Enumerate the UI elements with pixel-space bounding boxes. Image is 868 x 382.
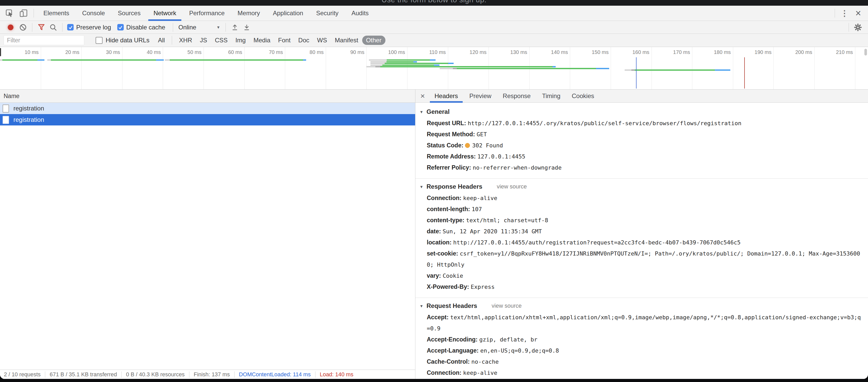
resource-type-filters: AllXHRJSCSSImgMediaFontDocWSManifestOthe… — [154, 36, 385, 45]
details-tab-cookies[interactable]: Cookies — [566, 90, 600, 102]
view-source-link[interactable]: view source — [497, 183, 527, 190]
details-tab-headers[interactable]: Headers — [429, 90, 464, 102]
details-tab-preview[interactable]: Preview — [464, 90, 497, 102]
filter-type-js[interactable]: JS — [196, 36, 211, 45]
tab-memory[interactable]: Memory — [231, 6, 267, 21]
search-button[interactable] — [47, 22, 59, 33]
header-value: keep-alive — [463, 370, 497, 376]
request-name: registration — [13, 105, 44, 112]
header-value: 107 — [472, 206, 482, 212]
tab-security[interactable]: Security — [310, 6, 345, 21]
header-row: Referrer Policy: no-referrer-when-downgr… — [420, 162, 864, 173]
waterfall-bar-segment — [631, 69, 635, 71]
timeline-tick-label: 20 ms — [35, 49, 79, 55]
filter-type-css[interactable]: CSS — [211, 36, 231, 45]
filter-toggle-button[interactable] — [35, 22, 47, 33]
timeline-tick-label: 90 ms — [320, 49, 364, 55]
requests-pane: Name registrationregistration 2 / 10 req… — [0, 90, 415, 379]
header-row: Remote Address: 127.0.0.1:4455 — [420, 151, 864, 162]
section-title-row[interactable]: ▼Request Headersview source — [420, 300, 864, 312]
header-row: date: Sun, 12 Apr 2020 11:35:34 GMT — [420, 226, 864, 237]
timeline-tick-label: 140 ms — [523, 49, 568, 55]
hide-data-urls-label[interactable]: Hide data URLs — [106, 37, 149, 44]
filter-type-ws[interactable]: WS — [313, 36, 331, 45]
arrow-down-to-line-icon — [243, 24, 251, 31]
header-key: Request URL: — [427, 120, 466, 127]
header-key: Accept-Language: — [427, 347, 479, 354]
close-details-button[interactable]: × — [416, 92, 429, 100]
section-title: General — [427, 108, 450, 115]
export-har-button[interactable] — [241, 22, 253, 33]
disable-cache-checkbox[interactable] — [117, 24, 124, 30]
waterfall-bar-segment — [385, 63, 448, 64]
overview-scrollbar[interactable] — [864, 49, 867, 56]
tab-elements[interactable]: Elements — [37, 6, 76, 21]
waterfall-bar-segment — [370, 61, 386, 63]
toolbar-divider-4 — [225, 23, 226, 32]
tab-audits[interactable]: Audits — [345, 6, 375, 21]
waterfall-bar-segment — [375, 66, 380, 67]
filter-type-doc[interactable]: Doc — [294, 36, 313, 45]
name-column-header[interactable]: Name — [0, 90, 415, 103]
toolbar-divider-2 — [62, 23, 63, 32]
network-toolbar: Preserve log Disable cache Online ▼ — [0, 21, 868, 34]
waterfall-bar-segment — [370, 65, 382, 66]
headers-section-request-headers: ▼Request Headersview sourceAccept: text/… — [415, 300, 868, 379]
section-title: Response Headers — [427, 183, 482, 190]
network-summary-bar: 2 / 10 requests671 B / 35.1 KB transferr… — [0, 370, 415, 379]
tab-console[interactable]: Console — [76, 6, 111, 21]
details-tabbar: × HeadersPreviewResponseTimingCookies — [415, 90, 868, 103]
header-key: date: — [427, 228, 441, 235]
filter-type-all[interactable]: All — [154, 36, 169, 45]
filter-input[interactable] — [4, 35, 84, 45]
waterfall-bar-segment — [51, 59, 156, 61]
section-title-row[interactable]: ▼General — [420, 106, 864, 118]
timeline-tick-label: 70 ms — [239, 49, 283, 55]
header-key: content-type: — [427, 217, 464, 223]
settings-button[interactable] — [852, 22, 864, 33]
header-value: gzip, deflate, br — [479, 336, 537, 343]
summary-item: DOMContentLoaded: 114 ms — [234, 372, 315, 378]
tab-network[interactable]: Network — [147, 6, 183, 21]
network-overview-waterfall[interactable]: 10 ms20 ms30 ms40 ms50 ms60 ms70 ms80 ms… — [0, 47, 868, 90]
tab-performance[interactable]: Performance — [183, 6, 231, 21]
headers-section-general: ▼GeneralRequest URL: http://127.0.0.1:44… — [415, 106, 868, 177]
devtools-close-button[interactable]: × — [851, 8, 865, 18]
details-tab-timing[interactable]: Timing — [536, 90, 566, 102]
search-icon — [49, 24, 57, 31]
disable-cache-label[interactable]: Disable cache — [126, 24, 165, 31]
filter-type-media[interactable]: Media — [250, 36, 274, 45]
filter-type-font[interactable]: Font — [274, 36, 294, 45]
load-event-marker — [744, 57, 745, 89]
view-source-link[interactable]: view source — [492, 303, 522, 309]
header-row: Host: 127.0.0.1:4455 — [420, 378, 864, 379]
waterfall-bar-segment — [553, 66, 556, 67]
toggle-device-toolbar-button[interactable] — [17, 7, 30, 19]
inspect-element-button[interactable] — [3, 7, 17, 19]
record-network-log-button[interactable] — [8, 25, 13, 30]
request-row[interactable]: registration — [0, 114, 415, 126]
clear-network-log-button[interactable] — [17, 22, 29, 33]
header-value: en,en-US;q=0.9,de;q=0.8 — [480, 347, 559, 354]
section-title-row[interactable]: ▼Response Headersview source — [420, 181, 864, 193]
waterfall-bar-segment — [380, 66, 553, 67]
devtools-menu-button[interactable]: ⋮ — [838, 8, 851, 18]
timeline-tick-label: 60 ms — [198, 49, 242, 55]
preserve-log-label[interactable]: Preserve log — [76, 24, 111, 31]
tab-sources[interactable]: Sources — [111, 6, 147, 21]
details-tab-response[interactable]: Response — [497, 90, 536, 102]
waterfall-bar-segment — [596, 68, 609, 69]
preserve-log-checkbox[interactable] — [67, 24, 74, 30]
filter-type-xhr[interactable]: XHR — [175, 36, 196, 45]
tab-application[interactable]: Application — [266, 6, 309, 21]
filter-type-manifest[interactable]: Manifest — [331, 36, 362, 45]
request-row[interactable]: registration — [0, 103, 415, 114]
checkmark-icon — [68, 25, 73, 30]
filter-type-other[interactable]: Other — [362, 36, 385, 45]
filter-type-img[interactable]: Img — [231, 36, 250, 45]
import-har-button[interactable] — [229, 22, 241, 33]
header-row: set-cookie: csrf_token=y1//BqpRxuFY8Hw41… — [420, 248, 864, 270]
toolbar-divider-3 — [173, 23, 173, 32]
throttling-dropdown[interactable]: Online ▼ — [176, 24, 222, 31]
hide-data-urls-checkbox[interactable] — [96, 37, 102, 44]
